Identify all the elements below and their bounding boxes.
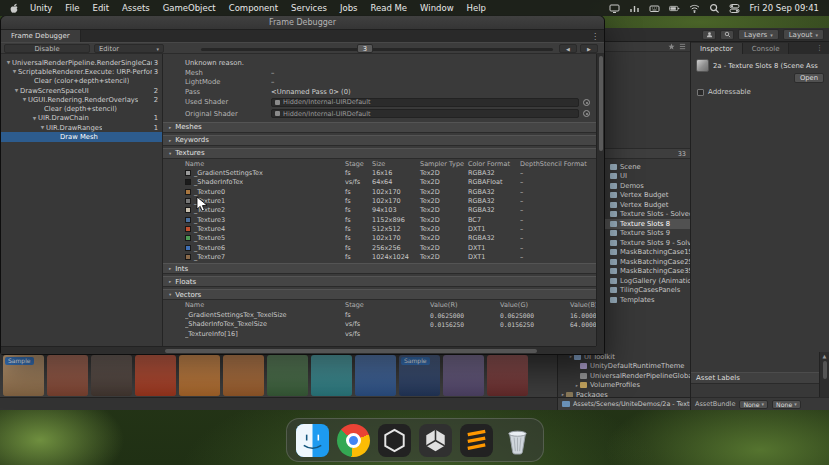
next-event-button[interactable]: ▶ — [580, 44, 598, 53]
texture-row[interactable]: _ShaderInfoTex vs/fs 64x64 Tex2D RGBAFlo… — [163, 178, 596, 187]
object-picker-icon[interactable] — [583, 110, 590, 117]
expander-arrow-icon[interactable]: ▼ — [21, 97, 28, 102]
details-vertical-scrollbar[interactable] — [596, 54, 604, 346]
object-picker-icon[interactable] — [583, 99, 590, 106]
section-floats[interactable]: ▸ Floats — [163, 276, 596, 287]
wifi-icon[interactable] — [689, 3, 700, 14]
menubar-item[interactable]: Services — [291, 3, 327, 13]
event-tree-item[interactable]: ▼ UIR.DrawChain 1 — [1, 114, 162, 123]
project-tree-item[interactable]: UnityDefaultRuntimeTheme — [558, 362, 690, 372]
unity-hub-icon[interactable] — [378, 424, 411, 457]
menubar-item[interactable]: Edit — [93, 3, 109, 13]
star-icon[interactable] — [668, 43, 675, 50]
expander-arrow-icon[interactable]: ▼ — [39, 125, 46, 130]
project-tree-item[interactable]: ▸ VolumeProfiles — [558, 381, 690, 391]
search-button[interactable] — [720, 30, 734, 40]
menubar-item[interactable]: Help — [467, 3, 486, 13]
menubar-item[interactable]: Component — [229, 3, 278, 13]
asset-thumbnail[interactable] — [91, 355, 132, 396]
texture-row[interactable]: _Texture0 fs 102x170 Tex2D RGBA32 – — [163, 187, 596, 196]
expander-arrow-icon[interactable]: ▼ — [13, 88, 20, 93]
expander-arrow-icon[interactable]: ▼ — [5, 60, 12, 65]
texture-row[interactable]: _Texture2 fs 94x103 Tex2D RGBA32 – — [163, 206, 596, 215]
texture-row[interactable]: _Texture7 fs 1024x1024 Tex2D DXT1 – — [163, 252, 596, 261]
section-keywords[interactable]: ▸ Keywords — [163, 135, 596, 146]
battery-icon[interactable] — [669, 3, 680, 14]
asset-thumbnail[interactable] — [267, 355, 308, 396]
event-tree-item[interactable]: Clear (depth+stencil) — [1, 104, 162, 113]
apple-menu-icon[interactable] — [10, 3, 20, 14]
layers-dropdown[interactable]: Layers ▾ — [738, 29, 779, 40]
assetbundle-dropdown[interactable]: None ▾ — [739, 400, 768, 409]
prev-event-button[interactable]: ◀ — [559, 44, 577, 53]
texture-row[interactable]: _Texture1 fs 102x170 Tex2D RGBA32 – — [163, 196, 596, 205]
trash-icon[interactable] — [501, 424, 534, 457]
asset-thumbnail[interactable] — [223, 355, 264, 396]
vector-row[interactable]: _GradientSettingsTex_TexelSize fs 0.0625… — [163, 310, 596, 319]
panel-tab[interactable]: Inspector — [691, 43, 743, 54]
details-horizontal-scrollbar[interactable] — [1, 346, 596, 354]
menubar-item[interactable]: Unity — [30, 3, 52, 13]
shader-object-field[interactable]: Hidden/Internal-UIRDefault — [271, 109, 579, 118]
account-button[interactable] — [702, 30, 716, 40]
menubar-item[interactable]: Read Me — [370, 3, 407, 13]
asset-thumbnail[interactable] — [355, 355, 396, 396]
event-slider-thumb[interactable]: 3 — [357, 44, 373, 53]
vector-row[interactable]: _TextureInfo[16] vs/fs — [163, 329, 596, 338]
assetbundle-variant-dropdown[interactable]: None ▾ — [772, 400, 801, 409]
search-icon[interactable] — [709, 3, 720, 14]
menubar-item[interactable]: File — [65, 3, 79, 13]
scrollbar-thumb[interactable] — [165, 349, 537, 353]
menubar-item[interactable]: GameObject — [163, 3, 216, 13]
asset-thumbnail[interactable]: Sample — [3, 355, 44, 396]
project-tree-item[interactable]: UniversalRenderPipelineGlobalSet — [558, 371, 690, 381]
asset-thumbnail[interactable] — [311, 355, 352, 396]
panel-menu-icon[interactable]: ⋮ — [816, 44, 827, 52]
section-ints[interactable]: ▸ Ints — [163, 263, 596, 274]
event-tree-item[interactable]: ▼ UniversalRenderPipeline.RenderSingleCa… — [1, 58, 162, 67]
asset-labels-header[interactable]: Asset Labels — [691, 372, 829, 384]
event-tree-item[interactable]: ▼ UIR.DrawRanges 1 — [1, 123, 162, 132]
event-tree-item[interactable]: ▼ DrawScreenSpaceUI 2 — [1, 86, 162, 95]
control-center-icon[interactable] — [729, 3, 740, 14]
section-meshes[interactable]: ▸ Meshes — [163, 122, 596, 133]
event-tree-item[interactable]: ▼ ScriptableRenderer.Execute: URP-Perfor… — [1, 67, 162, 76]
expander-arrow-icon[interactable]: ▼ — [11, 69, 18, 74]
menubar-item[interactable]: Window — [420, 3, 454, 13]
panel-tab[interactable]: Console — [743, 43, 790, 54]
keyboard-icon[interactable] — [649, 3, 660, 14]
scroll-up-arrow-icon[interactable]: ▲ — [823, 353, 827, 359]
menubar-item[interactable]: Assets — [122, 3, 150, 13]
chrome-icon[interactable] — [337, 424, 370, 457]
display-icon[interactable] — [609, 3, 620, 14]
menubar-clock[interactable]: Fri 20 Sep 09:41 — [749, 3, 819, 13]
scrollbar-thumb[interactable] — [823, 361, 827, 379]
asset-thumbnail[interactable] — [443, 355, 484, 396]
open-button[interactable]: Open — [794, 73, 824, 83]
finder-icon[interactable] — [296, 424, 329, 457]
tab-frame-debugger[interactable]: Frame Debugger — [1, 30, 81, 42]
stats-icon[interactable] — [629, 3, 640, 14]
list-icon[interactable] — [679, 43, 686, 50]
event-slider-track[interactable] — [201, 48, 553, 51]
event-tree-item[interactable]: ▼ UGUI.Rendering.RenderOverlays 2 — [1, 95, 162, 104]
asset-thumbnail[interactable] — [47, 355, 88, 396]
disable-button[interactable]: Disable — [4, 44, 90, 53]
asset-grid-scrollbar[interactable]: ▲ — [819, 352, 829, 397]
section-vectors[interactable]: ▾ Vectors — [163, 289, 596, 300]
expander-arrow-icon[interactable]: ▼ — [31, 116, 38, 121]
target-dropdown[interactable]: Editor ▾ — [94, 44, 164, 53]
project-tree-item[interactable]: ▸ Packages — [558, 390, 690, 397]
texture-row[interactable]: _Texture6 fs 256x256 Tex2D DXT1 – — [163, 243, 596, 252]
asset-thumbnail[interactable] — [179, 355, 220, 396]
asset-thumbnail[interactable] — [135, 355, 176, 396]
section-textures[interactable]: ▾ Textures — [163, 148, 596, 159]
asset-thumbnail[interactable]: Sample — [399, 355, 440, 396]
asset-thumbnail[interactable] — [487, 355, 528, 396]
layout-dropdown[interactable]: Layout ▾ — [783, 29, 824, 40]
sublime-text-icon[interactable] — [460, 424, 493, 457]
texture-row[interactable]: _Texture3 fs 1152x896 Tex2D BC7 – — [163, 215, 596, 224]
texture-row[interactable]: _Texture5 fs 102x170 Tex2D RGBA32 – — [163, 234, 596, 243]
unity-editor-icon[interactable] — [419, 424, 452, 457]
event-tree-item[interactable]: Draw Mesh — [1, 132, 162, 141]
